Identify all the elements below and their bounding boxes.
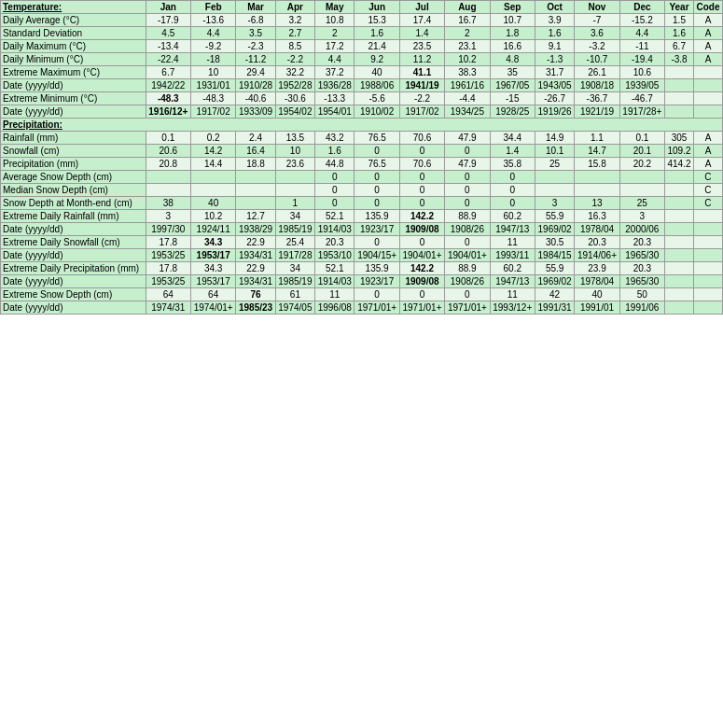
precip-cell-2-1: 14.4 xyxy=(190,158,235,171)
extreme-cell-2-1: 34.3 xyxy=(190,236,235,249)
precip-cell-5-13: C xyxy=(693,197,722,210)
col-feb: Feb xyxy=(190,1,235,14)
precip-cell-4-8: 0 xyxy=(490,184,535,197)
temp-cell-6-1: -48.3 xyxy=(190,92,235,105)
precip-cell-3-13: C xyxy=(693,171,722,184)
temp-cell-6-9: -26.7 xyxy=(535,92,574,105)
extreme-cell-1-3: 1985/19 xyxy=(275,223,314,236)
extreme-cell-6-0: 64 xyxy=(146,288,190,301)
precip-cell-3-10 xyxy=(575,171,619,184)
extreme-cell-2-7: 0 xyxy=(445,236,490,249)
extreme-cell-7-7: 1971/01+ xyxy=(445,301,490,315)
temp-cell-2-0: -13.4 xyxy=(146,40,190,53)
temp-row-label-4: Extreme Maximum (°C) xyxy=(1,66,146,79)
precip-cell-3-8: 0 xyxy=(490,171,535,184)
precip-cell-0-11: 0.1 xyxy=(619,132,664,145)
precip-cell-2-9: 25 xyxy=(535,158,574,171)
temp-cell-6-12 xyxy=(665,92,694,105)
temp-cell-1-10: 3.6 xyxy=(575,27,619,40)
precip-cell-0-7: 47.9 xyxy=(445,132,490,145)
precip-cell-1-12: 109.2 xyxy=(665,145,694,158)
temp-cell-0-8: 10.7 xyxy=(490,14,535,27)
extreme-cell-4-4: 52.1 xyxy=(315,262,355,275)
extreme-cell-4-2: 22.9 xyxy=(236,262,275,275)
precip-cell-3-11 xyxy=(619,171,664,184)
temp-cell-1-8: 1.8 xyxy=(490,27,535,40)
temp-cell-7-1: 1917/02 xyxy=(190,105,235,119)
extreme-cell-5-10: 1978/04 xyxy=(575,275,619,288)
col-jun: Jun xyxy=(355,1,399,14)
temp-cell-0-1: -13.6 xyxy=(190,14,235,27)
extreme-cell-1-5: 1923/17 xyxy=(355,223,399,236)
extreme-cell-4-5: 135.9 xyxy=(355,262,399,275)
temp-cell-0-0: -17.9 xyxy=(146,14,190,27)
temp-cell-4-9: 31.7 xyxy=(535,66,574,79)
extreme-cell-0-13 xyxy=(693,210,722,223)
extreme-cell-5-9: 1969/02 xyxy=(535,275,574,288)
precip-cell-4-3 xyxy=(275,184,314,197)
precip-cell-5-4: 0 xyxy=(315,197,355,210)
col-aug: Aug xyxy=(445,1,490,14)
precip-cell-3-5: 0 xyxy=(355,171,399,184)
precip-cell-1-4: 1.6 xyxy=(315,145,355,158)
extreme-cell-2-10: 20.3 xyxy=(575,236,619,249)
temp-cell-2-6: 23.5 xyxy=(399,40,444,53)
temp-cell-1-7: 2 xyxy=(445,27,490,40)
extreme-cell-3-2: 1934/31 xyxy=(236,249,275,262)
precip-cell-2-11: 20.2 xyxy=(619,158,664,171)
precip-cell-4-1 xyxy=(190,184,235,197)
extreme-cell-1-13 xyxy=(693,223,722,236)
precip-cell-0-5: 76.5 xyxy=(355,132,399,145)
temp-cell-4-5: 40 xyxy=(355,66,399,79)
temp-cell-1-2: 3.5 xyxy=(236,27,275,40)
extreme-cell-3-13 xyxy=(693,249,722,262)
extreme-cell-7-3: 1974/05 xyxy=(275,301,314,315)
precip-cell-5-6: 0 xyxy=(399,197,444,210)
temp-cell-1-1: 4.4 xyxy=(190,27,235,40)
temp-cell-2-5: 21.4 xyxy=(355,40,399,53)
extreme-cell-4-3: 34 xyxy=(275,262,314,275)
extreme-cell-3-7: 1904/01+ xyxy=(445,249,490,262)
temp-cell-0-9: 3.9 xyxy=(535,14,574,27)
temp-cell-7-9: 1919/26 xyxy=(535,105,574,119)
extreme-cell-5-13 xyxy=(693,275,722,288)
extreme-cell-2-5: 0 xyxy=(355,236,399,249)
precip-cell-2-10: 15.8 xyxy=(575,158,619,171)
precip-row-label-3: Average Snow Depth (cm) xyxy=(1,171,146,184)
precip-cell-3-1 xyxy=(190,171,235,184)
temp-cell-3-4: 4.4 xyxy=(315,53,355,66)
extreme-cell-1-12 xyxy=(665,223,694,236)
temp-cell-5-0: 1942/22 xyxy=(146,79,190,92)
temp-cell-3-10: -10.7 xyxy=(575,53,619,66)
temp-cell-4-12 xyxy=(665,66,694,79)
temp-cell-5-1: 1931/01 xyxy=(190,79,235,92)
extreme-cell-2-2: 22.9 xyxy=(236,236,275,249)
extreme-cell-6-7: 0 xyxy=(445,288,490,301)
extreme-cell-7-12 xyxy=(665,301,694,315)
precip-cell-0-1: 0.2 xyxy=(190,132,235,145)
precip-cell-4-0 xyxy=(146,184,190,197)
temp-cell-1-13: A xyxy=(693,27,722,40)
precip-row-label-0: Rainfall (mm) xyxy=(1,132,146,145)
temp-cell-2-11: -11 xyxy=(619,40,664,53)
temp-cell-5-8: 1967/05 xyxy=(490,79,535,92)
extreme-cell-0-12 xyxy=(665,210,694,223)
precip-cell-2-5: 76.5 xyxy=(355,158,399,171)
temp-cell-2-12: 6.7 xyxy=(665,40,694,53)
extreme-cell-6-2: 76 xyxy=(236,288,275,301)
extreme-cell-5-5: 1923/17 xyxy=(355,275,399,288)
extreme-cell-3-11: 1965/30 xyxy=(619,249,664,262)
extreme-cell-0-11: 3 xyxy=(619,210,664,223)
precip-cell-2-6: 70.6 xyxy=(399,158,444,171)
temp-cell-7-4: 1954/01 xyxy=(315,105,355,119)
temp-cell-6-11: -46.7 xyxy=(619,92,664,105)
extreme-cell-0-10: 16.3 xyxy=(575,210,619,223)
temp-cell-5-10: 1908/18 xyxy=(575,79,619,92)
precip-cell-3-0 xyxy=(146,171,190,184)
temp-cell-3-13: A xyxy=(693,53,722,66)
extreme-cell-6-11: 50 xyxy=(619,288,664,301)
precip-cell-5-3: 1 xyxy=(275,197,314,210)
extreme-cell-1-7: 1908/26 xyxy=(445,223,490,236)
extreme-cell-5-7: 1908/26 xyxy=(445,275,490,288)
extreme-cell-0-0: 3 xyxy=(146,210,190,223)
